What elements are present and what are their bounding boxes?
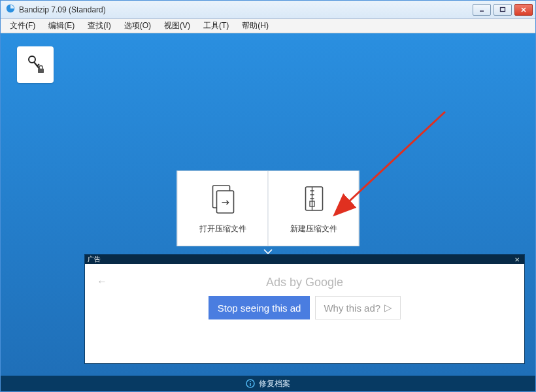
ads-by-label: Ads by Google xyxy=(266,276,343,289)
ads-by-brand: Google xyxy=(305,276,343,289)
svg-rect-8 xyxy=(38,69,44,73)
close-button[interactable] xyxy=(514,4,533,16)
stop-seeing-ad-button[interactable]: Stop seeing this ad xyxy=(209,296,310,319)
svg-point-20 xyxy=(250,381,251,382)
why-this-ad-button[interactable]: Why this ad? ▷ xyxy=(315,296,401,319)
svg-rect-10 xyxy=(217,191,234,213)
app-window: Bandizip 7.09 (Standard) 文件(F) 编辑(E) 查找(… xyxy=(0,0,536,392)
ad-panel-header: 广告 ✕ xyxy=(85,255,524,264)
ad-panel: 广告 ✕ ← Ads by Google Stop seeing this ad… xyxy=(84,254,525,364)
status-repair-label: 修复档案 xyxy=(259,378,290,389)
menu-tools[interactable]: 工具(T) xyxy=(198,19,234,33)
menu-help[interactable]: 帮助(H) xyxy=(237,19,274,33)
adchoices-icon: ▷ xyxy=(384,302,392,314)
ads-by-prefix: Ads by xyxy=(266,276,305,289)
menu-options[interactable]: 选项(O) xyxy=(119,19,156,33)
ad-close-button[interactable]: ✕ xyxy=(512,256,522,263)
ad-back-button[interactable]: ← xyxy=(97,276,107,287)
menu-view[interactable]: 视图(V) xyxy=(159,19,195,33)
menu-find[interactable]: 查找(I) xyxy=(82,19,116,33)
svg-line-18 xyxy=(347,112,445,203)
new-archive-button[interactable]: 新建压缩文件 xyxy=(268,171,360,246)
info-icon xyxy=(246,379,255,388)
open-archive-label: 打开压缩文件 xyxy=(199,223,246,235)
ad-buttons: Stop seeing this ad Why this ad? ▷ xyxy=(209,296,401,319)
maximize-button[interactable] xyxy=(494,4,512,16)
menubar: 文件(F) 编辑(E) 查找(I) 选项(O) 视图(V) 工具(T) 帮助(H… xyxy=(1,19,535,33)
svg-point-5 xyxy=(29,56,35,63)
svg-rect-21 xyxy=(250,383,251,386)
open-archive-icon xyxy=(209,183,237,214)
menu-edit[interactable]: 编辑(E) xyxy=(43,19,80,33)
why-this-ad-label: Why this ad? xyxy=(324,302,380,314)
ad-body: ← Ads by Google Stop seeing this ad Why … xyxy=(85,264,524,363)
new-archive-label: 新建压缩文件 xyxy=(290,223,337,235)
svg-line-7 xyxy=(37,64,39,66)
svg-rect-2 xyxy=(501,7,505,11)
main-actions: 打开压缩文件 新建压缩文件 xyxy=(177,171,360,246)
window-controls xyxy=(473,4,533,16)
workspace: 打开压缩文件 新建压缩文件 广告 xyxy=(1,33,535,376)
new-archive-icon xyxy=(300,183,327,214)
statusbar[interactable]: 修复档案 xyxy=(1,376,535,391)
app-icon xyxy=(6,4,15,16)
open-archive-button[interactable]: 打开压缩文件 xyxy=(177,171,269,246)
ad-panel-title: 广告 xyxy=(88,255,512,264)
window-title: Bandizip 7.09 (Standard) xyxy=(19,5,473,14)
minimize-button[interactable] xyxy=(473,4,491,16)
key-lock-icon xyxy=(24,54,46,76)
password-manager-button[interactable] xyxy=(17,46,54,83)
menu-file[interactable]: 文件(F) xyxy=(5,19,41,33)
titlebar: Bandizip 7.09 (Standard) xyxy=(1,1,535,19)
